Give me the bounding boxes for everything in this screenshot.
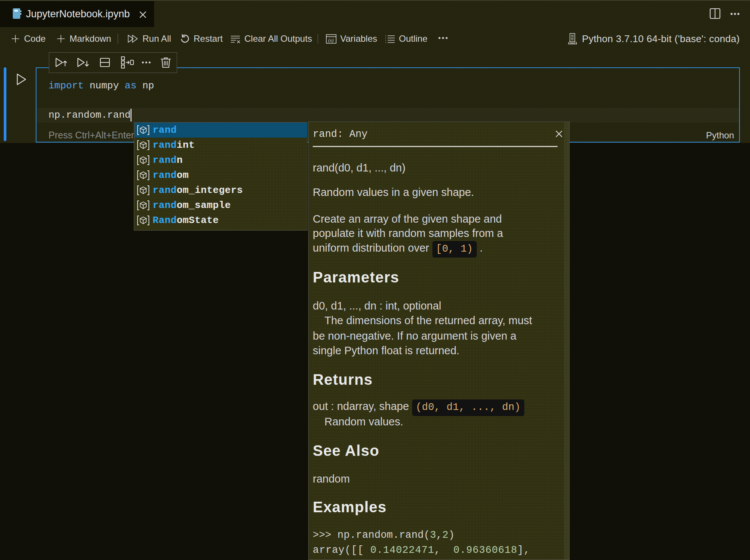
svg-text:(x): (x)	[328, 37, 333, 43]
